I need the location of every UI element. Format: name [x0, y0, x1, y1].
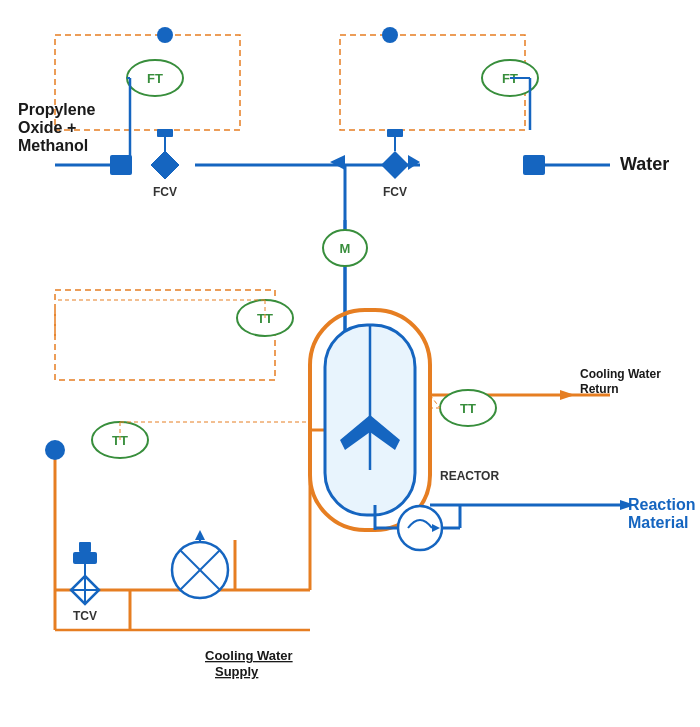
svg-text:Supply: Supply [215, 664, 259, 679]
propylene-label: Propylene [18, 101, 95, 118]
tt1-label: TT [257, 311, 273, 326]
svg-text:Oxide +: Oxide + [18, 119, 76, 136]
svg-text:Methanol: Methanol [18, 137, 88, 154]
reactor-label: REACTOR [440, 469, 499, 483]
cooling-water-return-label: Cooling Water [580, 367, 661, 381]
process-flow-diagram: FT FT TT TT TT M FCV FCV [0, 0, 700, 727]
svg-text:Return: Return [580, 382, 619, 396]
ft1-label: FT [147, 71, 163, 86]
svg-rect-64 [79, 542, 91, 552]
svg-rect-50 [523, 155, 545, 175]
fcv2-label: FCV [383, 185, 407, 199]
svg-text:Material: Material [628, 514, 688, 531]
svg-rect-40 [387, 129, 403, 137]
svg-rect-63 [73, 552, 97, 564]
fcv1-label: FCV [153, 185, 177, 199]
tt2-label: TT [460, 401, 476, 416]
svg-point-70 [157, 27, 173, 43]
svg-rect-49 [110, 155, 132, 175]
svg-rect-37 [157, 129, 173, 137]
cooling-water-supply-label: Cooling Water [205, 648, 293, 663]
tcv-label: TCV [73, 609, 97, 623]
m-label: M [340, 241, 351, 256]
water-label: Water [620, 154, 669, 174]
reaction-material-label: Reaction [628, 496, 696, 513]
svg-point-25 [45, 440, 65, 460]
tt3-label: TT [112, 433, 128, 448]
svg-point-71 [382, 27, 398, 43]
